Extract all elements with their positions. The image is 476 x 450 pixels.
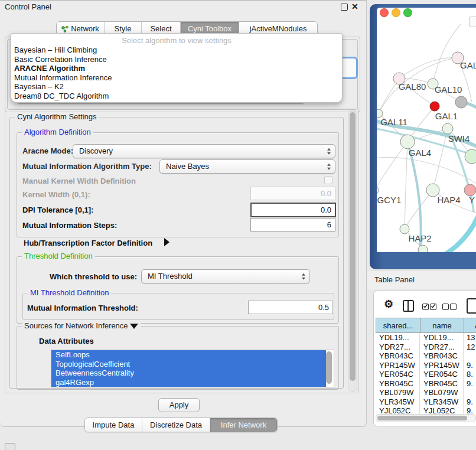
tab-impute-data[interactable]: Impute Data — [85, 418, 142, 432]
panel-grip-icon[interactable] — [5, 443, 15, 450]
table-cell: YPR145W — [376, 361, 420, 370]
close-traffic-light[interactable] — [380, 8, 389, 17]
which-threshold-combo[interactable]: MI Threshold — [141, 269, 310, 283]
network-node-unlabeled[interactable] — [455, 96, 467, 108]
mi-threshold-group-title: MI Threshold Definition — [28, 288, 111, 298]
network-scrollbar-stub[interactable] — [469, 17, 476, 27]
gear-icon[interactable]: ⚙ — [384, 298, 393, 311]
algorithm-option-aracne-algorithm[interactable]: ARACNE Algorithm — [11, 64, 342, 73]
settings-scrollbar[interactable] — [348, 110, 357, 392]
table-hscrollbar-thumb[interactable] — [377, 416, 467, 420]
table-row[interactable]: YDL19...YDL19...13 — [376, 333, 476, 343]
screen: Control Panel ✕ NetworkStyleSelectCyni T… — [0, 0, 476, 450]
collapse-down-icon[interactable] — [130, 324, 138, 329]
split-columns-icon[interactable] — [403, 300, 414, 312]
network-node-y[interactable] — [464, 184, 476, 196]
algorithm-option-basic-correlation-inference[interactable]: Basic Correlation Inference — [11, 55, 342, 64]
table-cell: YBR043C — [420, 351, 464, 361]
table-cell: YLR345W — [420, 397, 464, 407]
table-cell: YBR043C — [376, 351, 420, 361]
sources-title: Sources for Network Inference — [22, 321, 141, 331]
table-row[interactable]: YPR145WYPR145W9. — [376, 361, 476, 370]
apply-button[interactable]: Apply — [158, 398, 200, 412]
unchecked-checkbox-icon[interactable] — [442, 304, 449, 310]
settings-scrollbar-thumb[interactable] — [350, 112, 356, 381]
manual-kernel-checkbox[interactable] — [324, 176, 332, 184]
mi-type-value: Naive Bayes — [166, 160, 209, 173]
column-header-a[interactable]: A — [464, 318, 476, 333]
table-row[interactable]: YBL079WYBL079W — [376, 388, 476, 397]
unchecked-checkbox-icon[interactable] — [450, 304, 457, 310]
table-cell: 9. — [464, 397, 476, 407]
algorithm-option-bayesian-k2[interactable]: Bayesian – K2 — [11, 82, 342, 92]
combo-stepper-icon — [302, 273, 305, 280]
column-header-name[interactable]: name — [420, 318, 464, 333]
mi-steps-field[interactable]: 6 — [250, 218, 335, 231]
algorithm-definition-title: Algorithm Definition — [22, 128, 93, 137]
mi-threshold-field[interactable]: 0.5 — [248, 301, 333, 314]
mi-type-combo[interactable]: Naive Bayes — [159, 159, 335, 174]
table-row[interactable]: YER054CYER054C8. — [376, 370, 476, 379]
mi-threshold-label: Mutual Information Threshold: — [27, 304, 138, 312]
data-attribute-item[interactable]: BetweennessCentrality — [51, 369, 326, 378]
column-header-shared[interactable]: shared... — [376, 318, 420, 333]
table-cell: YBL079W — [376, 388, 420, 397]
float-window-icon[interactable] — [341, 4, 348, 11]
checked-checkbox-icon[interactable] — [430, 304, 436, 310]
zoom-traffic-light[interactable] — [403, 8, 412, 17]
network-node-gcy1[interactable] — [377, 186, 379, 194]
expand-right-icon[interactable] — [164, 238, 169, 246]
table-header-row: shared...nameA — [376, 318, 476, 333]
cyni-settings-title: Cyni Algorithm Settings — [15, 112, 99, 122]
network-node-gal11[interactable] — [377, 109, 383, 118]
network-tab-icon — [61, 25, 69, 32]
data-attribute-item[interactable]: gal4RGexp — [51, 378, 326, 387]
table-hscrollbar[interactable] — [376, 414, 476, 422]
table-cell: YER054C — [420, 370, 464, 379]
network-node-swi4[interactable] — [442, 123, 453, 134]
attribute-list-scrollbar-thumb[interactable] — [326, 351, 332, 384]
algorithm-option-bayesian-hill-climbing[interactable]: Bayesian – Hill Climbing — [11, 45, 342, 55]
network-graph[interactable]: GALGAL80GAL10GAL1SWI4GAL11GAL4GCY1HAP4YH… — [377, 8, 476, 252]
tab-discretize-data[interactable]: Discretize Data — [142, 418, 210, 432]
window-title: Control Panel — [5, 1, 51, 14]
tab-label: Discretize Data — [150, 418, 202, 432]
network-node-gal4[interactable] — [400, 135, 415, 149]
table-panel-header: Table Panel — [367, 270, 476, 289]
table-options-icon[interactable] — [467, 298, 476, 314]
algorithm-option-dream8-dc-tdc-algorithm[interactable]: Dream8 DC_TDC Algorithm — [11, 92, 342, 101]
data-attribute-item[interactable]: TopologicalCoefficient — [51, 360, 326, 369]
table-cell: YDR27... — [420, 343, 464, 352]
network-node-label: GAL4 — [409, 148, 431, 158]
table-row[interactable]: YLR345WYLR345W9. — [376, 397, 476, 407]
data-attribute-item[interactable]: SelfLoops — [51, 350, 326, 360]
mi-type-label: Mutual Information Algorithm Type: — [22, 162, 152, 171]
table-cell: YDL19... — [376, 333, 420, 343]
tab-infer-network[interactable]: Infer Network — [210, 418, 277, 432]
close-icon[interactable]: ✕ — [351, 1, 358, 12]
minimize-traffic-light[interactable] — [392, 8, 400, 17]
network-node-label: HAP4 — [437, 195, 460, 205]
network-node-label: SWI4 — [448, 133, 470, 144]
aracne-mode-value: Discovery — [79, 145, 113, 158]
aracne-mode-combo[interactable]: Discovery — [73, 144, 335, 158]
tab-label: Impute Data — [93, 418, 135, 432]
network-node-unlabeled[interactable] — [418, 245, 428, 252]
network-node-label: GCY1 — [377, 195, 402, 205]
table-row[interactable]: YBR043CYBR043C — [376, 351, 476, 361]
table-cell — [464, 388, 476, 397]
algorithm-option-mutual-information-inference[interactable]: Mutual Information Inference — [11, 73, 342, 83]
table-row[interactable]: YBR045CYBR045C9. — [376, 379, 476, 389]
network-node-hap2[interactable] — [400, 224, 409, 234]
table-cell — [464, 351, 476, 361]
kernel-width-field[interactable]: 0.0 — [250, 187, 335, 200]
network-node-label: Y — [469, 195, 475, 205]
network-node-unlabeled[interactable] — [465, 149, 476, 164]
hub-definition-label: Hub/Transcription Factor Definition — [24, 239, 152, 247]
table-cell: 8. — [464, 370, 476, 379]
checked-checkbox-icon[interactable] — [422, 304, 429, 310]
network-node-gal1[interactable] — [430, 102, 439, 111]
dpi-tolerance-field[interactable]: 0.0 — [250, 203, 336, 217]
table-cell: 12 — [464, 343, 476, 352]
table-row[interactable]: YDR27...YDR27...12 — [376, 343, 476, 352]
